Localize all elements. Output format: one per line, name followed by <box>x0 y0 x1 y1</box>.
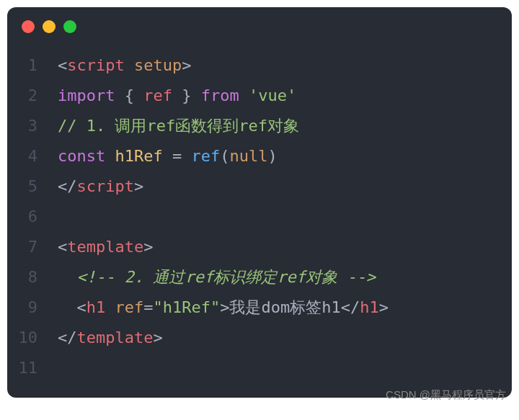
code-editor: 1 <script setup> 2 import { ref } from '… <box>7 39 512 383</box>
code-line: 9 <h1 ref="h1Ref">我是dom标签h1</h1> <box>7 292 512 323</box>
line-number: 5 <box>7 171 58 202</box>
window-titlebar <box>7 7 512 39</box>
close-icon[interactable] <box>22 20 35 33</box>
code-line: 8 <!-- 2. 通过ref标识绑定ref对象 --> <box>7 262 512 292</box>
code-window: 1 <script setup> 2 import { ref } from '… <box>7 7 512 398</box>
code-line: 6 <box>7 202 512 232</box>
code-content: const h1Ref = ref(null) <box>58 141 512 171</box>
code-line: 10 </template> <box>7 323 512 353</box>
line-number: 8 <box>7 262 58 292</box>
code-line: 7 <template> <box>7 232 512 262</box>
code-content: <script setup> <box>58 50 512 81</box>
line-number: 9 <box>7 292 58 323</box>
code-content: import { ref } from 'vue' <box>58 81 512 111</box>
code-content: <h1 ref="h1Ref">我是dom标签h1</h1> <box>58 292 512 323</box>
line-number: 1 <box>7 50 58 81</box>
zoom-icon[interactable] <box>63 20 76 33</box>
code-line: 4 const h1Ref = ref(null) <box>7 141 512 171</box>
line-number: 10 <box>7 323 58 353</box>
code-content: <template> <box>58 232 512 262</box>
code-line: 3 // 1. 调用ref函数得到ref对象 <box>7 111 512 141</box>
line-number: 11 <box>7 353 58 383</box>
line-number: 3 <box>7 111 58 141</box>
code-content: </script> <box>58 171 512 202</box>
code-line: 11 <box>7 353 512 383</box>
code-content: // 1. 调用ref函数得到ref对象 <box>58 111 512 141</box>
line-number: 4 <box>7 141 58 171</box>
watermark: CSDN @黑马程序员官方 <box>386 388 506 402</box>
code-line: 2 import { ref } from 'vue' <box>7 81 512 111</box>
code-line: 1 <script setup> <box>7 50 512 81</box>
line-number: 6 <box>7 202 58 232</box>
code-content: <!-- 2. 通过ref标识绑定ref对象 --> <box>58 262 512 292</box>
line-number: 2 <box>7 81 58 111</box>
line-number: 7 <box>7 232 58 262</box>
code-line: 5 </script> <box>7 171 512 202</box>
code-content: </template> <box>58 323 512 353</box>
minimize-icon[interactable] <box>43 20 56 33</box>
